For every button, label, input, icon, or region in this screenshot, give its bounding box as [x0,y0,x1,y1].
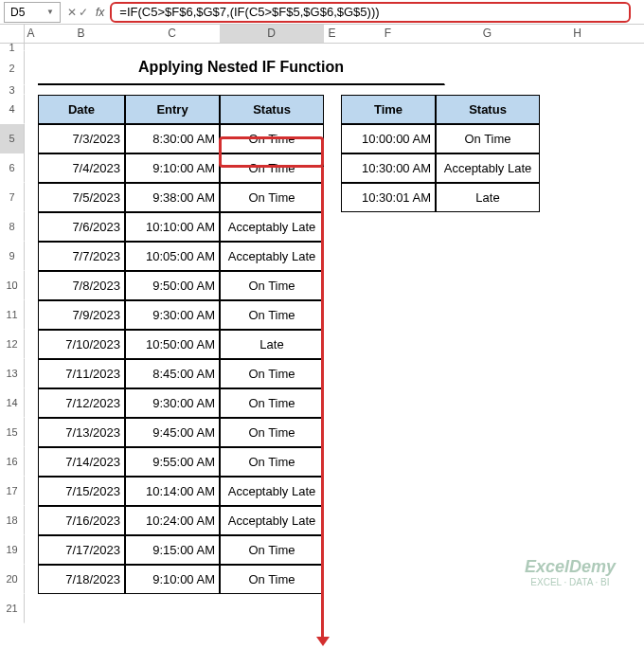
cell-status[interactable]: On Time [220,447,324,477]
cell-date[interactable]: 7/16/2023 [38,506,125,535]
cell[interactable] [341,535,436,565]
cell[interactable] [341,212,436,242]
cell[interactable] [324,242,341,271]
cell[interactable] [436,300,540,330]
cell[interactable] [25,183,38,212]
cell-entry[interactable]: 10:05:00 AM [125,242,220,271]
cell[interactable] [341,271,436,300]
cell[interactable] [341,330,436,359]
cell[interactable] [25,300,38,330]
col-header-h[interactable]: H [540,25,616,43]
page-title[interactable]: Applying Nested IF Function [38,51,445,85]
cell[interactable] [436,418,540,447]
cell[interactable] [25,330,38,359]
cell[interactable] [324,506,341,535]
cell-date[interactable]: 7/3/2023 [38,124,125,153]
cell-date[interactable]: 7/6/2023 [38,212,125,242]
cell-entry[interactable]: 9:50:00 AM [125,271,220,300]
cell[interactable] [324,418,341,447]
row-header[interactable]: 13 [0,359,25,388]
cell-date[interactable]: 7/18/2023 [38,565,125,594]
cell-entry[interactable]: 9:30:00 AM [125,388,220,418]
header-entry[interactable]: Entry [125,95,220,124]
cell-status[interactable]: On Time [220,535,324,565]
col-header-e[interactable]: E [324,25,341,43]
row-header[interactable]: 16 [0,447,25,477]
cell[interactable] [436,535,540,565]
row-header[interactable]: 12 [0,330,25,359]
cell-date[interactable]: 7/9/2023 [38,300,125,330]
row-header[interactable]: 21 [0,594,25,623]
cell[interactable] [436,330,540,359]
header-date[interactable]: Date [38,95,125,124]
cell[interactable] [324,535,341,565]
cell[interactable] [38,44,549,51]
col-header-a[interactable]: A [25,25,38,43]
cell[interactable] [436,506,540,535]
cell[interactable] [341,388,436,418]
cell-status[interactable]: On Time [220,418,324,447]
cell[interactable] [25,506,38,535]
cell[interactable] [324,477,341,506]
header-time[interactable]: Time [341,95,436,124]
cancel-icon[interactable]: ✕ [67,6,77,19]
cell-entry[interactable]: 10:24:00 AM [125,506,220,535]
cell-entry[interactable]: 9:30:00 AM [125,300,220,330]
cell-entry[interactable]: 9:55:00 AM [125,447,220,477]
cell-status[interactable]: Late [220,330,324,359]
cell[interactable] [324,359,341,388]
row-header[interactable]: 9 [0,242,25,271]
cell[interactable] [436,242,540,271]
cell-entry[interactable]: 10:50:00 AM [125,330,220,359]
cell[interactable] [38,85,549,95]
cell-date[interactable]: 7/8/2023 [38,271,125,300]
fx-icon[interactable]: fx [94,6,110,19]
cell[interactable] [324,300,341,330]
cell-entry[interactable]: 8:30:00 AM [125,124,220,153]
cell[interactable] [324,124,341,153]
cell-time[interactable]: 10:00:00 AM [341,124,436,153]
cell[interactable] [341,300,436,330]
row-header[interactable]: 18 [0,506,25,535]
col-header-c[interactable]: C [125,25,220,43]
cell[interactable] [341,506,436,535]
cell[interactable] [25,271,38,300]
row-header[interactable]: 14 [0,388,25,418]
header-status2[interactable]: Status [436,95,540,124]
row-header[interactable]: 1 [0,44,25,51]
cell[interactable] [324,388,341,418]
cell[interactable] [25,44,38,51]
cell[interactable] [25,85,38,95]
cell[interactable] [25,535,38,565]
row-header[interactable]: 4 [0,95,25,124]
cell-lstatus[interactable]: Late [436,183,540,212]
cell-status[interactable]: On Time [220,153,324,183]
cell[interactable] [25,153,38,183]
chevron-down-icon[interactable]: ▼ [46,8,54,16]
cell-status[interactable]: Acceptably Late [220,242,324,271]
cell[interactable] [436,359,540,388]
cell-entry[interactable]: 8:45:00 AM [125,359,220,388]
row-header[interactable]: 6 [0,153,25,183]
enter-icon[interactable]: ✓ [79,6,88,19]
cell[interactable] [341,565,436,594]
cell-status[interactable]: On Time [220,124,324,153]
cell-status[interactable]: Acceptably Late [220,212,324,242]
cell-entry[interactable]: 9:10:00 AM [125,565,220,594]
row-header[interactable]: 20 [0,565,25,594]
cell[interactable] [25,565,38,594]
row-header[interactable]: 3 [0,85,25,95]
cell[interactable] [324,565,341,594]
cell[interactable] [436,271,540,300]
cell[interactable] [324,95,341,124]
cell-status[interactable]: On Time [220,565,324,594]
cell[interactable] [341,359,436,388]
col-header-b[interactable]: B [38,25,125,43]
cell-entry[interactable]: 10:14:00 AM [125,477,220,506]
cell[interactable] [25,212,38,242]
cell[interactable] [436,212,540,242]
cell[interactable] [324,271,341,300]
cell-status[interactable]: On Time [220,300,324,330]
cell-date[interactable]: 7/13/2023 [38,418,125,447]
cell[interactable] [25,51,38,85]
